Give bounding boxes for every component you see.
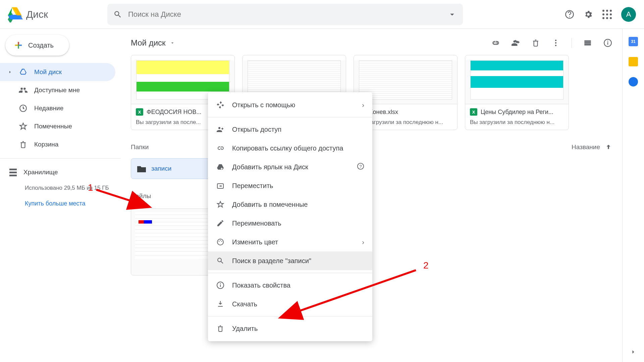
- ctx-add-shortcut[interactable]: Добавить ярлык на Диск ?: [208, 158, 372, 176]
- ctx-label: Открыть доступ: [232, 126, 281, 133]
- ctx-star[interactable]: Добавить в помеченные: [208, 195, 372, 214]
- palette-icon: [216, 238, 225, 246]
- nav-label: Недавние: [34, 105, 63, 112]
- ctx-label: Скачать: [232, 300, 257, 308]
- nav-shared[interactable]: Доступные мне: [0, 81, 115, 99]
- svg-point-30: [219, 241, 220, 242]
- search-icon: [216, 256, 225, 265]
- chevron-down-icon: [170, 40, 175, 46]
- delete-icon[interactable]: [531, 39, 540, 47]
- nav-label: Корзина: [34, 141, 58, 148]
- folder-icon: [137, 165, 146, 172]
- svg-point-14: [555, 40, 556, 41]
- ctx-open-with[interactable]: Открыть с помощью ›: [208, 96, 372, 114]
- file-name: Цены Субдилер на Реги...: [481, 109, 553, 116]
- header-actions: А: [565, 7, 636, 22]
- svg-point-19: [607, 41, 608, 42]
- ctx-share[interactable]: Открыть доступ: [208, 120, 372, 139]
- svg-text:?: ?: [359, 164, 362, 169]
- more-vert-icon[interactable]: [551, 39, 560, 47]
- ctx-label: Переименовать: [232, 220, 281, 227]
- buy-storage-link[interactable]: Купить больше места: [9, 200, 121, 207]
- search-icon: [113, 10, 122, 19]
- expand-icon: [8, 70, 12, 74]
- pencil-icon: [216, 219, 225, 228]
- storage-label: Хранилище: [23, 169, 58, 176]
- ctx-delete[interactable]: Удалить: [208, 319, 372, 338]
- open-with-icon: [216, 101, 225, 109]
- sort-label[interactable]: Название: [572, 143, 600, 151]
- search-dropdown-icon[interactable]: [447, 10, 457, 19]
- chevron-right-icon[interactable]: [630, 349, 637, 355]
- avatar[interactable]: А: [621, 7, 636, 22]
- ctx-color[interactable]: Изменить цвет ›: [208, 233, 372, 251]
- logo-block[interactable]: Диск: [7, 6, 107, 22]
- nav-my-drive[interactable]: Мой диск: [0, 63, 115, 81]
- svg-rect-34: [220, 285, 221, 287]
- search-input[interactable]: [127, 10, 447, 19]
- tasks-icon[interactable]: [629, 77, 638, 86]
- svg-point-31: [220, 240, 221, 241]
- link-icon: [216, 144, 225, 153]
- star-icon: [19, 122, 28, 131]
- file-info: Вы загрузили за последнюю н...: [359, 119, 452, 126]
- ctx-move[interactable]: Переместить: [208, 176, 372, 195]
- calendar-icon[interactable]: 31: [629, 37, 638, 46]
- file-card[interactable]: XЦены Субдилер на Реги... Вы загрузили з…: [465, 55, 569, 130]
- svg-point-11: [514, 40, 516, 43]
- xlsx-icon: X: [136, 108, 143, 116]
- create-button[interactable]: Создать: [5, 35, 69, 56]
- keep-icon[interactable]: [629, 57, 638, 66]
- side-rail: 31: [623, 29, 644, 362]
- ctx-rename[interactable]: Переименовать: [208, 214, 372, 233]
- ctx-label: Поиск в разделе "записи": [232, 257, 311, 265]
- file-info: Вы загрузили за последнюю н...: [470, 119, 564, 126]
- create-label: Создать: [28, 42, 54, 49]
- trash-icon: [19, 140, 28, 149]
- person-add-icon: [216, 125, 225, 134]
- file-thumbnail: [465, 60, 569, 104]
- drive-shortcut-icon: [216, 163, 225, 171]
- breadcrumb-label: Мой диск: [131, 38, 166, 48]
- folder-chip[interactable]: записи: [131, 158, 215, 179]
- ctx-label: Изменить цвет: [232, 238, 278, 246]
- nav-trash[interactable]: Корзина: [0, 135, 115, 154]
- drive-icon: [19, 68, 28, 76]
- file-card[interactable]: [131, 208, 215, 276]
- help-icon[interactable]: [565, 10, 574, 19]
- product-name: Диск: [26, 9, 48, 20]
- apps-grid-icon[interactable]: [602, 10, 612, 19]
- nav-storage[interactable]: Хранилище: [9, 163, 121, 181]
- ctx-details[interactable]: Показать свойства: [208, 276, 372, 295]
- ctx-download[interactable]: Скачать: [208, 295, 372, 313]
- nav-starred[interactable]: Помеченные: [0, 117, 115, 135]
- share-icon[interactable]: [511, 39, 520, 47]
- trash-icon: [216, 324, 225, 333]
- ctx-label: Показать свойства: [232, 282, 290, 289]
- toolbar: Мой диск: [131, 35, 612, 51]
- ctx-search-in[interactable]: Поиск в разделе "записи": [208, 251, 372, 270]
- settings-gear-icon[interactable]: [584, 10, 593, 19]
- help-icon: ?: [357, 163, 364, 172]
- nav-label: Доступные мне: [34, 86, 80, 94]
- get-link-icon[interactable]: [491, 39, 500, 47]
- sidebar: Создать Мой диск Доступные мне Недавние: [0, 29, 121, 362]
- clock-icon: [19, 104, 28, 113]
- list-view-icon[interactable]: [583, 39, 592, 47]
- star-icon: [216, 200, 225, 209]
- svg-rect-8: [15, 45, 18, 46]
- header: Диск А: [0, 0, 644, 29]
- svg-rect-13: [517, 42, 519, 43]
- nav: Мой диск Доступные мне Недавние Помеченн…: [0, 63, 121, 154]
- storage-block: Хранилище Использовано 29,5 МБ из 15 ГБ …: [0, 163, 121, 207]
- breadcrumb[interactable]: Мой диск: [131, 38, 175, 48]
- ctx-label: Открыть с помощью: [232, 101, 295, 109]
- info-icon[interactable]: [603, 39, 612, 47]
- xlsx-icon: X: [470, 108, 477, 116]
- search-bar[interactable]: [107, 4, 463, 25]
- ctx-copy-link[interactable]: Копировать ссылку общего доступа: [208, 139, 372, 158]
- section-label: Папки: [131, 143, 149, 151]
- shared-icon: [19, 86, 28, 95]
- nav-recent[interactable]: Недавние: [0, 99, 115, 117]
- sort-arrow-icon[interactable]: [605, 143, 612, 151]
